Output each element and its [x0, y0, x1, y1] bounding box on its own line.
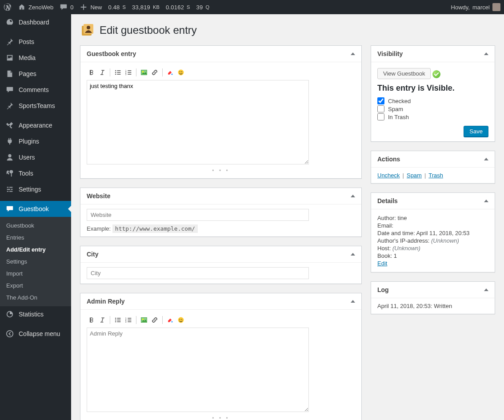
guestbook-submenu: Guestbook Entries Add/Edit entry Setting… [0, 217, 71, 306]
spam-row[interactable]: Spam [377, 105, 488, 112]
svg-point-17 [142, 71, 144, 72]
toggle-actions[interactable] [484, 158, 488, 160]
site-name[interactable]: ZenoWeb [18, 3, 53, 11]
page-heading: Edit guestbook entry [80, 22, 495, 38]
box-admin-reply: Admin Reply 123 [80, 293, 362, 420]
comments-count: 0 [70, 4, 73, 11]
howdy-user: marcel [472, 4, 490, 11]
resize-handle-reply[interactable]: • • • [87, 415, 355, 420]
svg-rect-13 [128, 70, 131, 71]
ol-button[interactable]: 123 [124, 315, 133, 325]
toggle-entry[interactable] [351, 52, 355, 55]
resize-handle-entry[interactable]: • • • [87, 168, 355, 174]
comments-bubble[interactable]: 0 [60, 3, 73, 11]
sidebar-label-sportsteams: SportsTeams [19, 102, 55, 109]
spam-checkbox[interactable] [377, 105, 384, 112]
sidebar-item-tools[interactable]: Tools [0, 165, 71, 181]
detail-datetime-value: April 11, 2018, 20:53 [416, 230, 469, 236]
howdy-prefix: Howdy, [451, 4, 470, 11]
detail-host-value: (Unknown) [392, 245, 420, 252]
sidebar-item-posts[interactable]: Posts [0, 34, 71, 50]
website-input[interactable] [87, 209, 309, 221]
sidebar-item-comments[interactable]: Comments [0, 82, 71, 98]
content-area: Edit guestbook entry Guestbook entry [71, 14, 504, 420]
bold-button[interactable] [87, 68, 96, 77]
submenu-addedit[interactable]: Add/Edit entry [0, 244, 71, 256]
comments-icon [5, 85, 14, 94]
toggle-city[interactable] [351, 253, 355, 256]
toggle-details[interactable] [484, 200, 488, 202]
entry-textarea[interactable] [87, 80, 309, 164]
users-icon [5, 153, 14, 162]
ol-button[interactable]: 123 [124, 68, 133, 77]
settings-icon [5, 185, 14, 194]
submenu-import[interactable]: Import [0, 268, 71, 280]
tools-icon [5, 169, 14, 178]
sidebar-item-settings[interactable]: Settings [0, 181, 71, 197]
city-input[interactable] [87, 267, 309, 279]
sidebar-item-dashboard[interactable]: Dashboard [0, 14, 71, 30]
svg-rect-31 [128, 320, 131, 320]
submenu-export[interactable]: Export [0, 280, 71, 292]
ul-button[interactable] [113, 315, 123, 325]
checked-checkbox[interactable] [377, 97, 384, 104]
checked-row[interactable]: Checked [377, 97, 488, 104]
sidebar-label-dashboard: Dashboard [19, 19, 49, 26]
wp-logo[interactable] [4, 3, 12, 11]
submenu-settings[interactable]: Settings [0, 256, 71, 268]
svg-rect-24 [117, 318, 120, 319]
bold-button[interactable] [87, 315, 96, 325]
svg-rect-30 [128, 318, 131, 319]
action-spam[interactable]: Spam [407, 172, 422, 179]
image-button[interactable] [139, 315, 149, 325]
svg-point-22 [115, 320, 116, 320]
sidebar-label-tools: Tools [19, 170, 33, 177]
action-uncheck[interactable]: Uncheck [377, 172, 400, 179]
view-guestbook-button[interactable]: View Guestbook [377, 68, 431, 79]
paint-button[interactable] [165, 315, 175, 325]
detail-email-label: Email: [377, 222, 393, 229]
sidebar-item-statistics[interactable]: Statistics [0, 306, 71, 322]
svg-point-4 [115, 70, 116, 71]
detail-edit-link[interactable]: Edit [377, 260, 387, 267]
emoji-button[interactable] [176, 315, 186, 325]
save-button[interactable]: Save [464, 126, 488, 137]
image-button[interactable] [139, 68, 149, 77]
paint-button[interactable] [165, 68, 175, 77]
svg-rect-32 [128, 321, 131, 322]
ul-button[interactable] [113, 68, 123, 77]
collapse-menu[interactable]: Collapse menu [0, 326, 71, 342]
svg-rect-15 [128, 74, 131, 75]
reply-toolbar: 123 [87, 314, 355, 328]
emoji-button[interactable] [176, 68, 186, 77]
submenu-addon[interactable]: The Add-On [0, 292, 71, 304]
svg-point-3 [87, 26, 90, 29]
toggle-reply[interactable] [351, 300, 355, 303]
link-button[interactable] [150, 315, 160, 325]
italic-button[interactable] [97, 68, 107, 77]
sidebar-item-guestbook[interactable]: Guestbook [0, 201, 71, 217]
new-content[interactable]: New [80, 3, 102, 11]
italic-button[interactable] [97, 315, 107, 325]
svg-point-18 [171, 73, 172, 75]
howdy[interactable]: Howdy, marcel [451, 3, 500, 11]
link-button[interactable] [150, 68, 160, 77]
sidebar-item-pages[interactable]: Pages [0, 66, 71, 82]
action-trash[interactable]: Trash [428, 172, 443, 179]
home-icon [18, 3, 26, 11]
sidebar-item-media[interactable]: Media [0, 50, 71, 66]
sidebar-item-appearance[interactable]: Appearance [0, 117, 71, 133]
submenu-entries[interactable]: Entries [0, 232, 71, 244]
toggle-log[interactable] [484, 288, 488, 291]
sidebar-item-plugins[interactable]: Plugins [0, 133, 71, 149]
visible-check-icon [432, 70, 440, 78]
sidebar-item-sportsteams[interactable]: SportsTeams [0, 98, 71, 114]
box-title-city: City [87, 251, 98, 258]
sidebar-item-users[interactable]: Users [0, 149, 71, 165]
reply-textarea[interactable] [87, 328, 309, 412]
intrash-row[interactable]: In Trash [377, 113, 488, 120]
intrash-checkbox[interactable] [377, 113, 384, 120]
toggle-website[interactable] [351, 195, 355, 197]
submenu-guestbook[interactable]: Guestbook [0, 220, 71, 232]
toggle-visibility[interactable] [484, 52, 488, 55]
